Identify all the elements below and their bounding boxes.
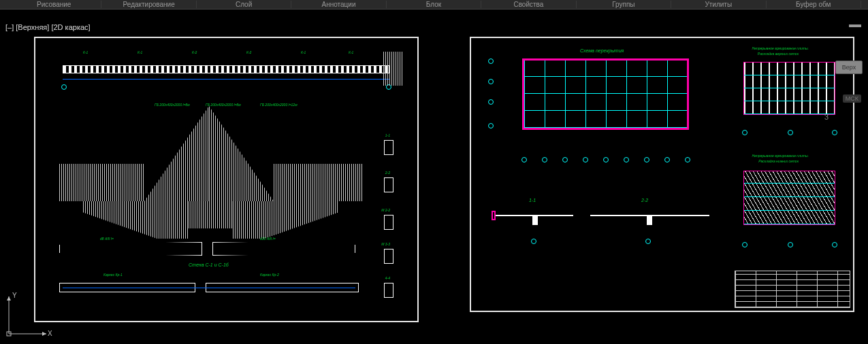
viewcube-top-face[interactable]: Верх xyxy=(835,61,863,74)
section-label: 1-1 xyxy=(529,198,536,203)
section-label: 2-2 xyxy=(641,198,648,203)
panel-modify[interactable]: Редактирование xyxy=(101,1,196,8)
label: К-2 xyxy=(192,50,197,54)
panel-layers[interactable]: Слой xyxy=(197,1,291,8)
beam-label: ГБ 200х400х2000 l=8м xyxy=(155,103,190,107)
label: Каркас Кр-2 xyxy=(260,273,279,277)
grid-bubble xyxy=(742,130,748,135)
grid-bubble xyxy=(562,157,568,162)
rebar-label: d8 АIII l= xyxy=(100,237,114,241)
viewport-visual-style[interactable]: [2D каркас] xyxy=(51,23,90,31)
grid-bubble xyxy=(61,84,67,90)
mesh-top xyxy=(744,63,835,114)
viewport-minimize-icon[interactable] xyxy=(849,24,861,27)
grid-bubble xyxy=(624,157,629,162)
title-text: Стена С-1 и С-1б xyxy=(189,262,229,267)
ucs-y-label: Y xyxy=(12,292,17,299)
viewport-view-name[interactable]: [Верхняя] xyxy=(16,23,49,31)
section-label: М 3-3 xyxy=(381,242,390,246)
panel-groups[interactable]: Группы xyxy=(577,1,671,8)
panel-utilities[interactable]: Утилиты xyxy=(671,1,766,8)
beam-label: ГБ 200х400х2000 l=12м xyxy=(260,103,298,107)
grid-bubble xyxy=(521,157,527,162)
svg-marker-2 xyxy=(42,332,46,336)
axis-line xyxy=(63,288,355,288)
label: К-1 xyxy=(301,50,306,54)
section-detail xyxy=(384,177,393,192)
grid-bubble xyxy=(603,157,609,162)
coord-system-label[interactable]: МСК xyxy=(843,94,861,103)
label: К-1 xyxy=(138,50,142,54)
grid-bubble xyxy=(488,99,494,105)
grid-bubble xyxy=(788,130,793,135)
grid-bubble xyxy=(742,242,748,247)
grid-bubble xyxy=(664,157,670,162)
label: Каркас Кр-1 xyxy=(103,273,123,277)
beam-section xyxy=(532,215,538,225)
layout-sheet-1: К-1 К-1 К-2 К-2 К-1 К-1 ГБ 200х400х2000 … xyxy=(34,37,419,322)
moment-hatch xyxy=(209,106,274,201)
grid-bubble xyxy=(644,157,649,162)
grid-bubble xyxy=(542,157,547,162)
section-label: 4-4 xyxy=(385,276,390,280)
grid-bubble xyxy=(488,58,494,64)
wall-mark xyxy=(492,211,496,220)
panel-annotation[interactable]: Аннотации xyxy=(291,1,386,8)
section-label: 1-1 xyxy=(385,133,390,137)
viewport-menu-toggle[interactable]: [–] xyxy=(5,23,14,31)
moment-hatch xyxy=(233,201,338,239)
subtitle: Раскладка нижних сеток xyxy=(758,159,799,163)
subtitle: Непрерывное армирование плиты. xyxy=(752,154,809,158)
viewport-controls[interactable]: [–] [Верхняя] [2D каркас] xyxy=(5,23,91,31)
beam-elev xyxy=(212,242,355,256)
moment-hatch xyxy=(59,164,144,201)
grid-bubble xyxy=(832,130,837,135)
moment-hatch xyxy=(83,201,189,239)
grid-bubble xyxy=(645,239,651,244)
beam-elev xyxy=(59,242,202,256)
ucs-icon[interactable]: X Y xyxy=(5,290,53,337)
svg-marker-3 xyxy=(7,296,11,300)
grid-bubble xyxy=(488,79,494,84)
view-cube[interactable]: З Верх МСК xyxy=(825,61,863,125)
grid-bubble xyxy=(685,157,690,162)
beam-top-elevation xyxy=(63,65,389,73)
panel-draw[interactable]: Рисование xyxy=(7,1,101,8)
rebar-label: d10 АIII l= xyxy=(260,237,276,241)
ucs-x-label: X xyxy=(48,330,52,337)
subtitle: Раскладка верхних сеток xyxy=(758,52,799,56)
detail-hatch xyxy=(383,52,404,86)
layout-sheet-2: Схема перекрытия Непрерывное армирование… xyxy=(470,37,854,312)
grid-bubble xyxy=(488,123,494,128)
dim-line xyxy=(63,79,389,80)
label: К-1 xyxy=(83,50,88,54)
grid-bubble xyxy=(788,242,793,247)
moment-hatch xyxy=(274,164,362,201)
ribbon-panel-labels: Рисование Редактирование Слой Аннотации … xyxy=(0,0,868,10)
moment-hatch xyxy=(144,106,209,201)
title-block xyxy=(735,271,850,308)
model-space-viewport[interactable]: [–] [Верхняя] [2D каркас] З Верх МСК К-1… xyxy=(0,10,868,344)
panel-properties[interactable]: Свойства xyxy=(481,1,576,8)
moment-hatch xyxy=(189,201,233,228)
section-detail xyxy=(384,215,393,230)
plan-grid xyxy=(524,61,687,128)
section-label: 2-2 xyxy=(385,171,390,175)
compass-label: З xyxy=(824,114,829,121)
panel-block[interactable]: Блок xyxy=(387,1,481,8)
label: К-2 xyxy=(246,50,251,54)
plan-title: Схема перекрытия xyxy=(580,48,624,53)
section-detail xyxy=(384,249,393,264)
mesh-bottom-grid xyxy=(744,171,835,224)
section-detail xyxy=(384,283,393,298)
grid-bubble xyxy=(832,242,837,247)
beam-label: ГБ 200х400х2000 l=8м xyxy=(206,103,241,107)
section-label: М 2-2 xyxy=(381,208,390,212)
label: К-1 xyxy=(349,50,353,54)
grid-bubble xyxy=(531,239,536,244)
section-detail xyxy=(384,140,393,155)
beam-section xyxy=(647,215,652,225)
panel-clipboard[interactable]: Буфер обм xyxy=(767,1,861,8)
subtitle: Непрерывное армирование плиты. xyxy=(752,46,809,50)
grid-bubble xyxy=(583,157,588,162)
